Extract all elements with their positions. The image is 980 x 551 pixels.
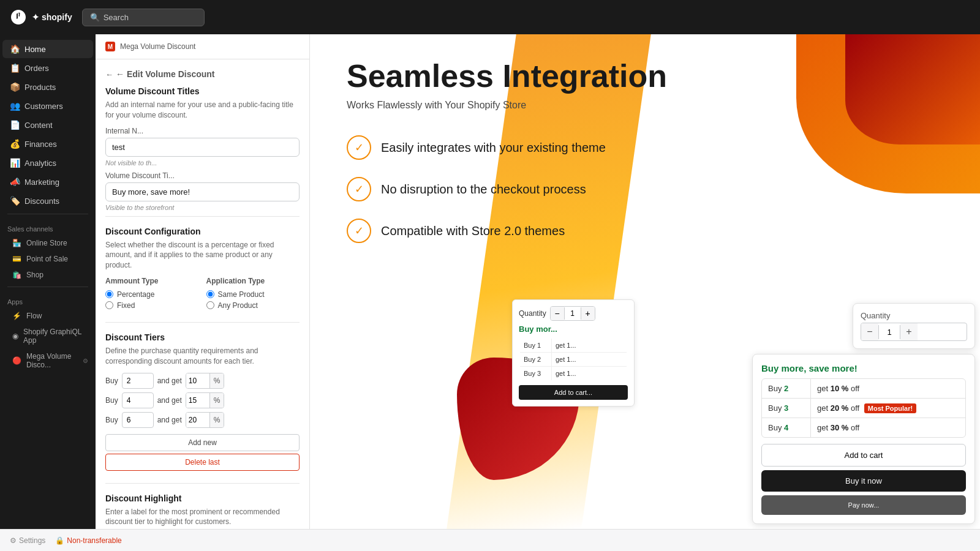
sidebar-item-products[interactable]: 📦 Products	[2, 78, 93, 96]
add-to-cart-button[interactable]: Add to cart	[761, 444, 966, 467]
section2-desc: Select whether the discount is a percent…	[105, 240, 300, 271]
dt-buy-label-3: Buy	[768, 423, 784, 432]
sidebar-item-shop[interactable]: 🛍️ Shop	[0, 267, 96, 283]
bottom-bar: ⚙ Settings 🔒 Non-transferable	[0, 529, 980, 551]
sidebar-item-orders[interactable]: 📋 Orders	[2, 59, 93, 77]
section2-title: Discount Configuration	[105, 227, 300, 236]
back-label: ← Edit Volume Discount	[116, 69, 215, 79]
dt-cell-disc-3: get 30 % off	[811, 418, 965, 437]
small-add-cart-button[interactable]: Add to cart...	[519, 385, 628, 400]
small-dt-qty-3: Buy 3	[520, 367, 552, 380]
small-qty-stepper[interactable]: − +	[550, 306, 595, 321]
tier2-pct-input[interactable]	[186, 393, 209, 408]
radio-any-product[interactable]: Any Product	[206, 301, 300, 310]
dt-buy-label-2: Buy	[768, 403, 784, 413]
pos-icon: 💳	[12, 255, 21, 263]
radio-same-product-input[interactable]	[206, 290, 214, 298]
radio-same-product-label: Same Product	[218, 290, 265, 299]
small-qty-decrement[interactable]: −	[551, 307, 564, 320]
sidebar-item-home[interactable]: 🏠 Home	[2, 40, 93, 58]
qty-value-input[interactable]	[878, 325, 900, 339]
dt-cell-qty-2: Buy 3	[762, 399, 811, 418]
sidebar-item-pos[interactable]: 💳 Point of Sale	[0, 251, 96, 267]
section1-desc: Add an internal name for your use and a …	[105, 100, 300, 121]
settings-link[interactable]: ⚙ Settings	[10, 536, 45, 545]
tier3-pct-unit: %	[209, 413, 224, 427]
small-widget: Quantity − + Buy mor... Buy 1 get 1...	[512, 299, 635, 407]
marketing-panel: Seamless Integration Works Flawlessly wi…	[310, 34, 980, 529]
shopify-logo-icon	[10, 9, 27, 26]
pay-now-button[interactable]: Pay now...	[761, 495, 966, 515]
non-transferable-label[interactable]: 🔒 Non-transferable	[55, 536, 121, 545]
internal-hint: Not visible to th...	[105, 159, 300, 167]
radio-fixed-input[interactable]	[105, 301, 113, 309]
search-icon: 🔍	[90, 13, 100, 22]
radio-percentage-input[interactable]	[105, 290, 113, 298]
sidebar-item-customers[interactable]: 👥 Customers	[2, 97, 93, 115]
sidebar-item-content[interactable]: 📄 Content	[2, 116, 93, 134]
internal-name-input[interactable]	[105, 138, 300, 157]
feature-list: ✓ Easily integrates with your existing t…	[347, 135, 943, 243]
sidebar-item-finances[interactable]: 💰 Finances	[2, 135, 93, 153]
small-dt-row-1: Buy 1 get 1...	[520, 339, 627, 353]
small-discount-table: Buy 1 get 1... Buy 2 get 1... Buy 3 get …	[519, 337, 628, 381]
discounts-icon: 🏷️	[10, 196, 20, 206]
tier2-qty-input[interactable]	[122, 392, 154, 408]
back-link[interactable]: ← ← Edit Volume Discount	[105, 69, 300, 79]
radio-fixed-label: Fixed	[117, 301, 135, 310]
feature-text-1: Easily integrates with your existing the…	[381, 141, 606, 155]
sidebar-label-online-store: Online Store	[26, 239, 67, 247]
delete-last-button[interactable]: Delete last	[105, 454, 300, 471]
sidebar-label-mega-volume: Mega Volume Disco...	[26, 352, 78, 369]
small-dt-row-3: Buy 3 get 1...	[520, 367, 627, 380]
tier3-qty-input[interactable]	[122, 412, 154, 428]
small-dt-disc-1: get 1...	[552, 339, 627, 352]
section3-desc: Define the purchase quantity requirement…	[105, 346, 300, 367]
tier1-pct-input[interactable]	[186, 373, 209, 388]
sidebar-item-analytics[interactable]: 📊 Analytics	[2, 154, 93, 172]
mega-volume-icon: 🔴	[12, 356, 21, 365]
sidebar-item-marketing[interactable]: 📣 Marketing	[2, 173, 93, 191]
qty-label-top: Quantity	[861, 311, 967, 320]
section4-desc: Enter a label for the most prominent or …	[105, 507, 300, 528]
settings-label: Settings	[19, 536, 45, 545]
hero-title: Seamless Integration	[347, 59, 943, 94]
small-qty-input[interactable]	[564, 307, 581, 320]
home-icon: 🏠	[10, 44, 20, 54]
search-bar[interactable]: 🔍 Search	[82, 9, 205, 26]
radio-percentage[interactable]: Percentage	[105, 290, 199, 299]
tier1-get-label: and get	[157, 377, 182, 385]
buy-it-now-button[interactable]: Buy it now	[761, 470, 966, 492]
tier3-pct-wrap: %	[186, 412, 225, 428]
small-qty-increment[interactable]: +	[581, 307, 595, 320]
sidebar-item-online-store[interactable]: 🏪 Online Store	[0, 235, 96, 251]
tier1-pct-wrap: %	[186, 373, 225, 389]
tier2-pct-unit: %	[209, 393, 224, 408]
qty-decrement-button[interactable]: −	[861, 323, 878, 340]
public-hint: Visible to the storefront	[105, 204, 300, 211]
sidebar-label-products: Products	[24, 83, 56, 92]
tier1-pct-unit: %	[209, 373, 224, 388]
non-transferable-icon: 🔒	[55, 536, 64, 545]
sidebar-item-discounts[interactable]: 🏷️ Discounts	[2, 192, 93, 210]
small-dt-row-2: Buy 2 get 1...	[520, 353, 627, 367]
sidebar-item-mega-volume[interactable]: 🔴 Mega Volume Disco... ⚙	[0, 348, 96, 373]
public-title-input[interactable]	[105, 182, 300, 201]
dt-cell-disc-1: get 10 % off	[811, 379, 965, 398]
sidebar-item-flow[interactable]: ⚡ Flow	[0, 308, 96, 324]
sidebar: 🏠 Home 📋 Orders 📦 Products 👥 Customers 📄…	[0, 34, 96, 529]
qty-increment-button[interactable]: +	[900, 323, 918, 340]
radio-fixed[interactable]: Fixed	[105, 301, 199, 310]
add-new-button[interactable]: Add new	[105, 434, 300, 451]
tier1-qty-input[interactable]	[122, 373, 154, 389]
feature-text-3: Compatible with Store 2.0 themes	[381, 224, 565, 238]
small-dt-qty-2: Buy 2	[520, 353, 552, 366]
small-buy-more-title: Buy mor...	[519, 324, 628, 334]
analytics-icon: 📊	[10, 158, 20, 168]
tier3-pct-input[interactable]	[186, 413, 209, 427]
radio-any-product-input[interactable]	[206, 301, 214, 309]
radio-same-product[interactable]: Same Product	[206, 290, 300, 299]
sidebar-item-graphql[interactable]: ◉ Shopify GraphiQL App	[0, 324, 96, 348]
dt-row-3: Buy 4 get 30 % off	[762, 418, 965, 437]
qty-stepper-big[interactable]: − +	[861, 323, 967, 341]
